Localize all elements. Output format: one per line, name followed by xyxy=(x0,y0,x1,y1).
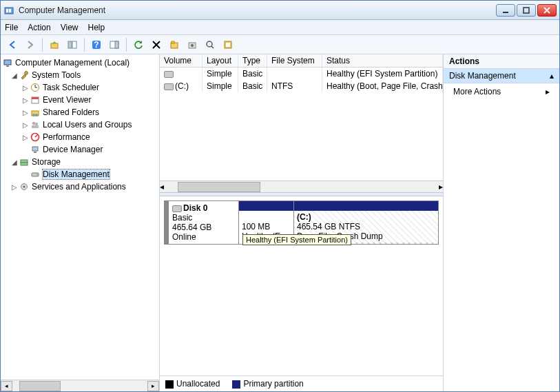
storage-icon xyxy=(19,156,30,167)
actions-more[interactable]: More Actions ▸ xyxy=(444,83,559,100)
svg-point-20 xyxy=(207,41,212,47)
delete-button[interactable] xyxy=(149,37,164,52)
submenu-icon: ▸ xyxy=(546,87,550,96)
col-type[interactable]: Type xyxy=(238,54,267,67)
show-hide-tree-button[interactable] xyxy=(65,37,80,52)
svg-rect-23 xyxy=(226,43,230,47)
titlebar: Computer Management xyxy=(1,1,559,20)
collapse-icon[interactable]: ◢ xyxy=(10,72,19,79)
tree-disk-management[interactable]: Disk Management xyxy=(1,168,159,180)
svg-rect-17 xyxy=(172,41,174,43)
partition-size: 465.54 GB NTFS xyxy=(297,222,435,231)
shared-folder-icon xyxy=(30,107,41,118)
back-button[interactable] xyxy=(5,37,20,52)
tree-services-apps[interactable]: ▷ Services and Applications xyxy=(1,180,159,193)
menu-help[interactable]: Help xyxy=(88,23,105,32)
help-button[interactable]: ? xyxy=(89,37,104,52)
volume-scrollbar[interactable]: ◂▸ xyxy=(160,180,443,192)
refresh-button[interactable] xyxy=(131,37,146,52)
expand-icon[interactable]: ▷ xyxy=(21,134,30,141)
legend: Unallocated Primary partition xyxy=(160,375,443,391)
svg-rect-7 xyxy=(51,43,58,48)
tree-root[interactable]: Computer Management (Local) xyxy=(1,56,159,69)
tree-event-viewer[interactable]: ▷ Event Viewer xyxy=(1,94,159,106)
svg-point-36 xyxy=(35,123,38,125)
expand-icon[interactable]: ▷ xyxy=(21,96,30,104)
expand-icon[interactable]: ▷ xyxy=(21,121,30,129)
forward-button[interactable] xyxy=(23,37,38,52)
event-icon xyxy=(30,94,41,105)
disk-icon xyxy=(30,169,41,180)
svg-point-34 xyxy=(35,114,38,116)
partition-size: 100 MB xyxy=(242,222,291,231)
svg-text:?: ? xyxy=(94,40,98,50)
tree-task-scheduler[interactable]: ▷ Task Scheduler xyxy=(1,81,159,94)
menubar: File Action View Help xyxy=(1,20,559,35)
disk-label: Disk 0 xyxy=(183,203,207,213)
disk-icon xyxy=(172,205,182,212)
legend-swatch-primary xyxy=(232,380,240,389)
menu-action[interactable]: Action xyxy=(28,23,50,32)
svg-rect-24 xyxy=(4,60,11,65)
svg-rect-8 xyxy=(68,41,72,48)
up-button[interactable] xyxy=(47,37,62,52)
volume-list-header: Volume Layout Type File System Status xyxy=(160,54,443,68)
tree-shared-folders[interactable]: ▷ Shared Folders xyxy=(1,106,159,118)
extra-button[interactable] xyxy=(220,37,236,52)
svg-rect-31 xyxy=(32,97,39,99)
disk-state: Online xyxy=(172,232,235,242)
close-button[interactable] xyxy=(537,4,557,17)
svg-rect-43 xyxy=(21,163,28,165)
tree-scrollbar[interactable]: ◂▸ xyxy=(1,380,159,391)
users-icon xyxy=(30,119,41,130)
toolbar: ? xyxy=(1,35,559,54)
col-layout[interactable]: Layout xyxy=(203,54,238,67)
maximize-button[interactable] xyxy=(517,4,536,17)
svg-point-26 xyxy=(25,72,28,75)
navigation-tree-panel: Computer Management (Local) ◢ System Too… xyxy=(1,54,160,391)
tree-performance[interactable]: ▷ Performance xyxy=(1,131,159,143)
tools-icon xyxy=(19,70,30,81)
legend-swatch-unallocated xyxy=(165,380,174,389)
services-icon xyxy=(19,181,30,192)
properties-button[interactable] xyxy=(167,37,182,52)
svg-rect-41 xyxy=(34,152,37,153)
center-panel: Volume Layout Type File System Status Si… xyxy=(160,54,444,391)
volume-row[interactable]: (C:) Simple Basic NTFS Healthy (Boot, Pa… xyxy=(160,80,443,92)
tree-storage[interactable]: ◢ Storage xyxy=(1,156,159,168)
svg-line-39 xyxy=(35,135,37,137)
clock-icon xyxy=(30,82,41,93)
actions-header: Actions xyxy=(444,54,559,69)
col-filesystem[interactable]: File System xyxy=(267,54,322,67)
tree-local-users[interactable]: ▷ Local Users and Groups xyxy=(1,118,159,131)
tree-device-manager[interactable]: Device Manager xyxy=(1,143,159,156)
col-status[interactable]: Status xyxy=(322,54,443,67)
menu-file[interactable]: File xyxy=(5,23,18,32)
collapse-icon[interactable]: ◢ xyxy=(10,158,19,166)
menu-view[interactable]: View xyxy=(61,23,79,32)
volume-icon xyxy=(164,83,174,90)
minimize-button[interactable] xyxy=(496,4,515,17)
find-button[interactable] xyxy=(203,37,218,52)
app-icon xyxy=(3,5,14,16)
volume-row[interactable]: Simple Basic Healthy (EFI System Partiti… xyxy=(160,68,443,80)
settings-button[interactable] xyxy=(185,37,200,52)
volume-icon xyxy=(164,71,174,78)
expand-icon[interactable]: ▷ xyxy=(21,84,30,92)
svg-rect-37 xyxy=(32,125,39,128)
tooltip: Healthy (EFI System Partition) xyxy=(242,234,351,245)
actions-section[interactable]: Disk Management ▴ xyxy=(444,69,559,83)
expand-icon[interactable]: ▷ xyxy=(21,109,30,116)
device-icon xyxy=(30,144,41,155)
col-volume[interactable]: Volume xyxy=(160,54,203,67)
tree-system-tools[interactable]: ◢ System Tools xyxy=(1,69,159,81)
expand-icon[interactable]: ▷ xyxy=(10,183,19,191)
svg-rect-13 xyxy=(115,41,118,48)
disk-info: Disk 0 Basic 465.64 GB Online xyxy=(165,201,239,244)
svg-rect-42 xyxy=(21,160,28,163)
actions-panel: Actions Disk Management ▴ More Actions ▸ xyxy=(444,54,559,391)
show-hide-action-button[interactable] xyxy=(107,37,122,52)
svg-rect-1 xyxy=(6,9,8,12)
disk-size: 465.64 GB xyxy=(172,223,235,232)
performance-icon xyxy=(30,132,41,143)
